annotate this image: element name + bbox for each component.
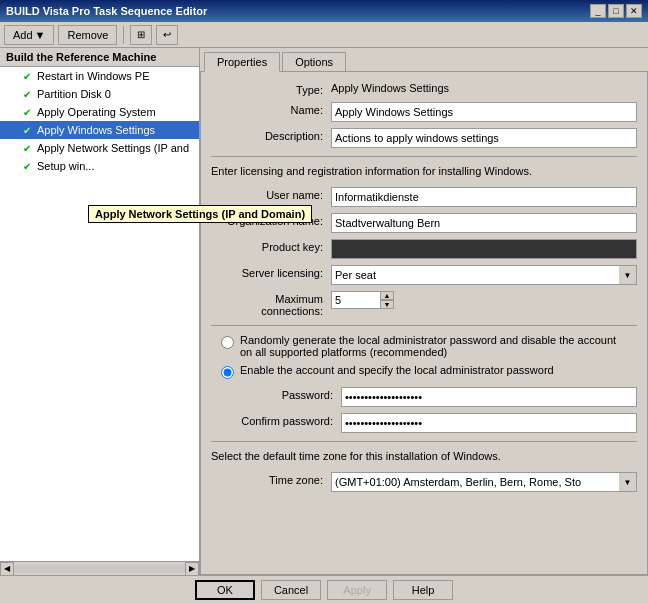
description-row: Description: — [211, 128, 637, 148]
divider-3 — [211, 441, 637, 442]
spinner-wrapper: ▲ ▼ — [331, 291, 394, 309]
timezone-row: Time zone: (GMT+01:00) Amsterdam, Berlin… — [211, 472, 637, 492]
remove-button[interactable]: Remove — [58, 25, 117, 45]
radio-section: Randomly generate the local administrato… — [211, 334, 637, 379]
tree-item-label-4: Apply Windows Settings — [37, 124, 155, 136]
toolbar-icon-2[interactable]: ↩ — [156, 25, 178, 45]
tree-header-label: Build the Reference Machine — [6, 51, 156, 63]
scroll-right[interactable]: ▶ — [185, 562, 199, 576]
tree-item-apply-os[interactable]: ✔ Apply Operating System — [0, 103, 199, 121]
timezone-field-wrapper: (GMT+01:00) Amsterdam, Berlin, Bern, Rom… — [331, 472, 637, 492]
divider-1 — [211, 156, 637, 157]
left-panel: Build the Reference Machine ✔ Restart in… — [0, 48, 200, 575]
confirm-password-field-wrapper — [341, 413, 637, 433]
tree-item-label-5: Apply Network Settings (IP and — [37, 142, 189, 154]
info-text: Enter licensing and registration informa… — [211, 165, 637, 177]
max-connections-label: Maximum connections: — [211, 291, 331, 317]
minimize-button[interactable]: _ — [590, 4, 606, 18]
right-panel: Properties Options Type: Apply Windows S… — [200, 48, 648, 575]
description-input[interactable] — [331, 128, 637, 148]
dropdown-arrow-icon: ▼ — [35, 29, 46, 41]
tree-header: Build the Reference Machine — [0, 48, 199, 67]
tree-item-restart[interactable]: ✔ Restart in Windows PE — [0, 67, 199, 85]
window-title: BUILD Vista Pro Task Sequence Editor — [6, 5, 207, 17]
maximize-button[interactable]: □ — [608, 4, 624, 18]
password-label: Password: — [221, 387, 341, 401]
description-label: Description: — [211, 128, 331, 142]
scroll-track — [14, 565, 185, 573]
check-icon-2: ✔ — [20, 87, 34, 101]
product-key-masked[interactable] — [331, 239, 637, 259]
close-button[interactable]: ✕ — [626, 4, 642, 18]
check-icon-6: ✔ — [20, 159, 34, 173]
tabs: Properties Options — [200, 48, 648, 71]
org-input[interactable] — [331, 213, 637, 233]
password-field-wrapper — [341, 387, 637, 407]
name-row: Name: — [211, 102, 637, 122]
apply-button[interactable]: Apply — [327, 580, 387, 600]
username-field-wrapper — [331, 187, 637, 207]
tree-scrollbar: ◀ ▶ — [0, 561, 199, 575]
server-licensing-row: Server licensing: Per seat Per server ▼ — [211, 265, 637, 285]
name-input[interactable] — [331, 102, 637, 122]
password-input[interactable] — [341, 387, 637, 407]
help-button[interactable]: Help — [393, 580, 453, 600]
timezone-select-wrapper: (GMT+01:00) Amsterdam, Berlin, Bern, Rom… — [331, 472, 637, 492]
tree-item-setup-win[interactable]: ✔ Setup win... — [0, 157, 199, 175]
type-value: Apply Windows Settings — [331, 82, 637, 94]
tab-content: Type: Apply Windows Settings Name: Descr… — [200, 71, 648, 575]
cancel-button[interactable]: Cancel — [261, 580, 321, 600]
tree-item-label-6: Setup win... — [37, 160, 94, 172]
radio-enable-password[interactable] — [221, 366, 234, 379]
apply-label: Apply — [343, 584, 371, 596]
product-key-row: Product key: — [211, 239, 637, 259]
confirm-password-input[interactable] — [341, 413, 637, 433]
max-connections-spinner[interactable] — [331, 291, 381, 309]
name-field-wrapper — [331, 102, 637, 122]
server-licensing-field-wrapper: Per seat Per server ▼ — [331, 265, 637, 285]
radio-row-2: Enable the account and specify the local… — [211, 364, 637, 379]
product-key-label: Product key: — [211, 239, 331, 253]
timezone-label: Time zone: — [211, 472, 331, 486]
type-row: Type: Apply Windows Settings — [211, 82, 637, 96]
max-connections-row: Maximum connections: ▲ ▼ — [211, 291, 637, 317]
tree-item-label-2: Partition Disk 0 — [37, 88, 111, 100]
product-key-field-wrapper — [331, 239, 637, 259]
bottom-bar: OK Cancel Apply Help — [0, 575, 648, 603]
radio-row-1: Randomly generate the local administrato… — [211, 334, 637, 358]
tree-item-apply-windows[interactable]: ✔ Apply Windows Settings — [0, 121, 199, 139]
spinner-up[interactable]: ▲ — [380, 291, 394, 300]
toolbar-separator — [123, 26, 124, 44]
radio-random-password[interactable] — [221, 336, 234, 349]
add-label: Add — [13, 29, 33, 41]
username-input[interactable] — [331, 187, 637, 207]
check-icon-5: ✔ — [20, 141, 34, 155]
org-field-wrapper — [331, 213, 637, 233]
spinner-down[interactable]: ▼ — [380, 300, 394, 309]
tab-properties[interactable]: Properties — [204, 52, 280, 72]
cancel-label: Cancel — [274, 584, 308, 596]
tree-item-label-1: Restart in Windows PE — [37, 70, 149, 82]
ok-button[interactable]: OK — [195, 580, 255, 600]
add-button[interactable]: Add ▼ — [4, 25, 54, 45]
confirm-password-row: Confirm password: — [221, 413, 637, 433]
tab-options[interactable]: Options — [282, 52, 346, 71]
server-licensing-select[interactable]: Per seat Per server — [331, 265, 637, 285]
tree-item-partition[interactable]: ✔ Partition Disk 0 — [0, 85, 199, 103]
title-bar-buttons: _ □ ✕ — [590, 4, 642, 18]
type-label: Type: — [211, 82, 331, 96]
password-row: Password: — [221, 387, 637, 407]
toolbar-icon-1[interactable]: ⊞ — [130, 25, 152, 45]
radio-label-2: Enable the account and specify the local… — [240, 364, 554, 376]
tab-properties-label: Properties — [217, 56, 267, 68]
tree-item-apply-network[interactable]: ✔ Apply Network Settings (IP and — [0, 139, 199, 157]
remove-label: Remove — [67, 29, 108, 41]
check-icon-4: ✔ — [20, 123, 34, 137]
timezone-select[interactable]: (GMT+01:00) Amsterdam, Berlin, Bern, Rom… — [331, 472, 637, 492]
scroll-left[interactable]: ◀ — [0, 562, 14, 576]
title-bar: BUILD Vista Pro Task Sequence Editor _ □… — [0, 0, 648, 22]
description-field-wrapper — [331, 128, 637, 148]
server-licensing-label: Server licensing: — [211, 265, 331, 279]
spinner-buttons: ▲ ▼ — [380, 291, 394, 309]
toolbar: Add ▼ Remove ⊞ ↩ — [0, 22, 648, 48]
